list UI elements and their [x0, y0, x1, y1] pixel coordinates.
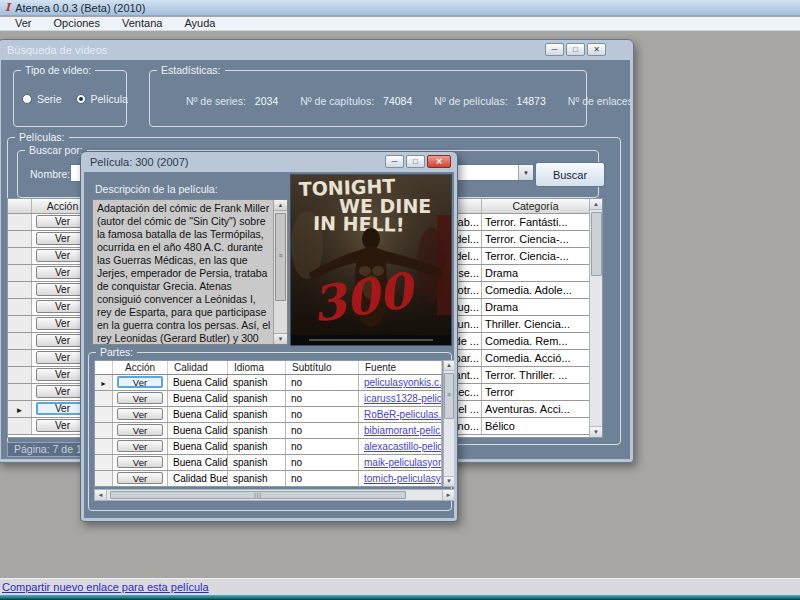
ver-button[interactable]: Ver	[117, 392, 163, 404]
close-icon[interactable]: ✕	[587, 43, 606, 56]
parte-row[interactable]: ► Ver Buena Calidad spanish no maik-peli…	[95, 455, 442, 471]
fuente-link[interactable]: RoBeR-peliculas...	[364, 409, 442, 420]
stat-value: 74084	[383, 95, 412, 107]
calidad-cell: Calidad Buena	[168, 471, 228, 486]
row-selector-cell: ►	[8, 214, 32, 230]
categoria-cell: Drama	[482, 299, 590, 315]
scrollbar-thumb[interactable]: ≡	[444, 373, 454, 419]
scroll-up-icon[interactable]: ▲	[590, 199, 602, 210]
menu-item[interactable]: Opciones	[43, 17, 111, 30]
scrollbar-thumb[interactable]	[591, 212, 602, 276]
maximize-icon[interactable]: □	[406, 155, 425, 168]
ver-button[interactable]: Ver	[117, 408, 163, 420]
close-icon[interactable]: ✕	[427, 155, 451, 168]
categoria-header[interactable]: Categoría	[482, 199, 590, 213]
stat-label: Nº de capítulos:	[300, 95, 374, 107]
movie-window-title: Película: 300 (2007)	[90, 156, 188, 168]
ver-button[interactable]: Ver	[117, 456, 163, 468]
row-selector-cell: ►	[8, 265, 32, 281]
stat-item: Nº de enlaces: 320862	[568, 95, 630, 107]
calidad-header[interactable]: Calidad	[168, 361, 228, 374]
row-selector-cell: ►	[95, 455, 113, 470]
minimize-icon[interactable]: ─	[545, 43, 564, 56]
descripcion-box[interactable]: Adaptación del cómic de Frank Miller (au…	[92, 199, 288, 345]
scroll-up-icon[interactable]: ▲	[444, 361, 454, 371]
stat-item: Nº de series: 2034	[186, 95, 278, 107]
calidad-cell: Buena Calidad	[168, 375, 228, 390]
idioma-header[interactable]: Idioma	[228, 361, 286, 374]
taskbar-edge	[0, 595, 800, 600]
table-vertical-scrollbar[interactable]: ▲ ▼	[589, 199, 602, 437]
row-selector-cell: ►	[8, 299, 32, 315]
parte-row[interactable]: ► Ver Buena Calidad spanish no bibiamora…	[95, 423, 442, 439]
parte-row[interactable]: ► Ver Buena Calidad spanish no icaruss13…	[95, 391, 442, 407]
calidad-cell: Buena Calidad	[168, 455, 228, 470]
estadisticas-group: Estadísticas: Nº de series: 2034 Nº de c…	[149, 70, 587, 127]
row-selector-cell: ►	[8, 248, 32, 264]
row-selector-cell: ►	[8, 384, 32, 400]
scroll-up-icon[interactable]: ▲	[274, 200, 287, 211]
scrollbar-thumb[interactable]: |||	[110, 491, 406, 499]
scrollbar-thumb[interactable]: ≡	[275, 213, 286, 301]
menu-item[interactable]: Ver	[4, 17, 43, 30]
accion-cell: Ver	[113, 407, 168, 422]
idioma-cell: spanish	[228, 407, 286, 422]
ver-button[interactable]: Ver	[117, 376, 163, 388]
scroll-down-icon[interactable]: ▼	[444, 476, 454, 486]
ver-button[interactable]: Ver	[117, 424, 163, 436]
scroll-right-icon[interactable]: ►	[442, 490, 454, 500]
tipo-video-radio[interactable]: Película	[76, 93, 128, 105]
menu-item[interactable]: Ventana	[111, 17, 173, 30]
fuente-link[interactable]: bibiamorant-pelic...	[364, 425, 442, 436]
categoria-cell: Terror. Fantásti...	[482, 214, 590, 230]
subtitulo-cell: no	[286, 391, 359, 406]
accion-cell: Ver	[113, 439, 168, 454]
row-selector-cell: ►	[8, 418, 32, 434]
scroll-left-icon[interactable]: ◄	[95, 490, 107, 500]
parte-row[interactable]: ► Ver Buena Calidad spanish no alexacast…	[95, 439, 442, 455]
maximize-icon[interactable]: □	[566, 43, 585, 56]
categoria-cell: Terror. Ciencia-...	[482, 231, 590, 247]
search-window-titlebar[interactable]: Búsqueda de vídeos	[0, 40, 633, 60]
fuente-link[interactable]: maik-peliculasyon...	[364, 457, 442, 468]
stat-item: Nº de capítulos: 74084	[300, 95, 412, 107]
parte-row[interactable]: ► Ver Buena Calidad spanish no RoBeR-pel…	[95, 407, 442, 423]
ver-button[interactable]: Ver	[117, 440, 163, 452]
scroll-down-icon[interactable]: ▼	[274, 333, 287, 344]
app-title: Atenea 0.0.3 (Beta) (2010)	[15, 2, 145, 14]
categoria-cell: Bélico	[482, 418, 590, 434]
fuente-link[interactable]: tomich-peliculasy...	[364, 473, 442, 484]
minimize-icon[interactable]: ─	[385, 155, 404, 168]
row-selector-cell: ►	[8, 316, 32, 332]
parte-row[interactable]: ► Ver Calidad Buena spanish no tomich-pe…	[95, 471, 442, 487]
partes-horizontal-scrollbar[interactable]: ◄ ||| ►	[94, 489, 454, 501]
subtitulo-header[interactable]: Subtítulo	[286, 361, 359, 374]
share-new-link[interactable]: Compartir nuevo enlace para esta películ…	[2, 581, 209, 593]
row-selector-cell: ►	[8, 350, 32, 366]
row-selector-cell: ►	[8, 333, 32, 349]
selected-row-marker-icon: ►	[16, 406, 24, 415]
parte-row[interactable]: ► Ver Buena Calidad spanish no peliculas…	[95, 375, 442, 391]
row-selector-cell: ►	[95, 375, 113, 390]
fuente-link[interactable]: icaruss1328-pelic...	[364, 393, 442, 404]
buscar-button[interactable]: Buscar	[535, 162, 605, 187]
fuente-link[interactable]: peliculasyonkis.c...	[364, 377, 442, 388]
stat-value: 14873	[517, 95, 546, 107]
partes-rows: ► Ver Buena Calidad spanish no peliculas…	[95, 375, 442, 487]
menu-item[interactable]: Ayuda	[173, 17, 226, 30]
tipo-video-group-label: Tipo de vídeo:	[21, 64, 95, 76]
tipo-video-radio[interactable]: Serie	[22, 93, 62, 105]
fuente-link[interactable]: alexacastillo-pelic...	[364, 441, 442, 452]
stat-item: Nº de películas: 14873	[434, 95, 546, 107]
partes-vertical-scrollbar[interactable]: ▲ ≡ ▼	[443, 360, 454, 487]
calidad-cell: Buena Calidad	[168, 423, 228, 438]
fuente-header[interactable]: Fuente	[359, 361, 442, 374]
bottom-bar: Compartir nuevo enlace para esta películ…	[0, 578, 800, 595]
ver-button[interactable]: Ver	[117, 472, 163, 484]
accion-header[interactable]: Acción	[113, 361, 168, 374]
descripcion-text: Adaptación del cómic de Frank Miller (au…	[93, 200, 273, 344]
descripcion-scrollbar[interactable]: ▲ ≡ ▼	[273, 200, 287, 344]
scroll-down-icon[interactable]: ▼	[590, 426, 602, 437]
accion-cell: Ver	[113, 471, 168, 486]
chevron-down-icon[interactable]: ▾	[518, 165, 533, 180]
